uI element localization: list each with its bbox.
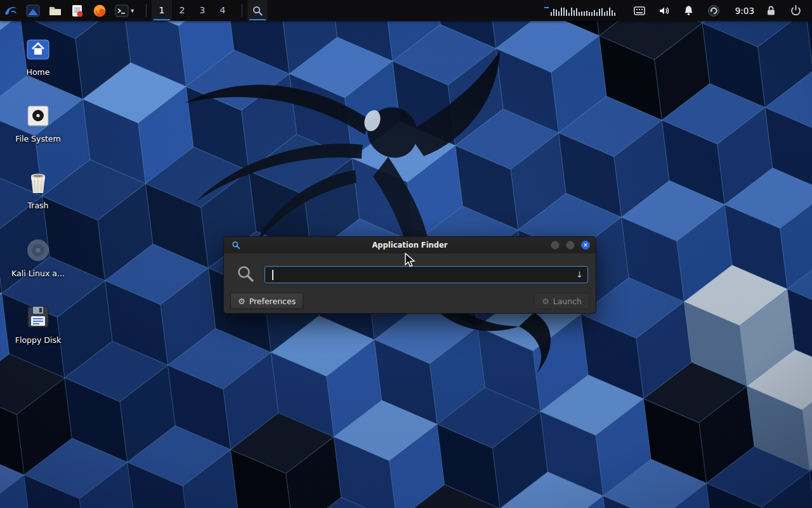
desktop-icon-home[interactable]: Home — [6, 34, 70, 77]
terminal-dropdown-caret[interactable]: ▾ — [131, 7, 137, 14]
firefox-icon[interactable] — [92, 3, 107, 18]
terminal-icon[interactable] — [114, 3, 129, 18]
text-caret — [272, 270, 273, 280]
launch-gear-icon: ⚙ — [542, 297, 549, 306]
monitor-dash — [544, 7, 549, 8]
entry-dropdown-icon[interactable]: ↓ — [576, 270, 583, 279]
preferences-button-label: Preferences — [249, 297, 296, 306]
workspace-pager: 1 2 3 4 — [152, 0, 233, 21]
system-tray — [632, 3, 721, 18]
application-finder-task-icon — [252, 5, 263, 17]
desktop-icon-kali-docs[interactable]: Kali Linux a... — [6, 235, 70, 278]
minimize-button[interactable] — [551, 241, 560, 250]
desktop-icon-file-system[interactable]: File System — [6, 100, 70, 144]
file-system-icon — [6, 100, 70, 131]
panel-separator — [242, 4, 242, 17]
desktop-icon-label: Trash — [6, 201, 70, 210]
close-button[interactable]: ✕ — [581, 241, 590, 250]
panel-separator — [146, 4, 147, 17]
workspace-4[interactable]: 4 — [213, 0, 233, 21]
volume-icon[interactable] — [657, 3, 672, 18]
workspace-3[interactable]: 3 — [192, 0, 213, 21]
application-finder-window: Application Finder ✕ ↓ ⚙ Preferences ⚙ L… — [223, 236, 596, 314]
desktop: ▾ 1 2 3 4 — [0, 0, 812, 508]
kali-menu-icon[interactable] — [3, 3, 18, 18]
lock-icon[interactable] — [763, 3, 778, 18]
search-input[interactable]: ↓ — [265, 266, 588, 283]
workspace-app-icon[interactable] — [25, 3, 41, 18]
desktop-icon-label: Kali Linux a... — [6, 269, 70, 278]
desktop-icon-trash[interactable]: Trash — [6, 167, 70, 210]
window-titlebar[interactable]: Application Finder ✕ — [224, 237, 596, 253]
window-title-icon — [232, 241, 240, 250]
trash-icon — [6, 167, 70, 197]
power-icon[interactable] — [788, 3, 803, 18]
window-title: Application Finder — [372, 241, 447, 250]
desktop-icon-label: Floppy Disk — [6, 335, 70, 345]
text-editor-icon[interactable] — [70, 3, 85, 18]
kali-docs-icon — [6, 235, 70, 265]
maximize-button[interactable] — [566, 241, 575, 250]
file-manager-icon[interactable] — [48, 3, 63, 18]
taskbar-application-finder-button[interactable] — [247, 0, 268, 21]
top-panel: ▾ 1 2 3 4 — [0, 0, 812, 21]
preferences-button[interactable]: ⚙ Preferences — [230, 293, 303, 309]
workspace-2[interactable]: 2 — [172, 0, 192, 21]
clock[interactable]: 9:03 — [735, 6, 754, 16]
session-actions — [763, 3, 803, 18]
workspace-1[interactable]: 1 — [152, 0, 172, 21]
keyboard-indicator-icon[interactable] — [632, 3, 647, 18]
launch-button[interactable]: ⚙ Launch — [534, 293, 589, 309]
home-icon — [6, 34, 70, 64]
launch-button-label: Launch — [553, 297, 582, 306]
updates-icon[interactable] — [706, 3, 721, 18]
system-monitor-graph[interactable] — [551, 6, 615, 16]
floppy-disk-icon — [6, 302, 70, 332]
search-icon — [236, 264, 255, 283]
desktop-icon-label: File System — [6, 134, 70, 144]
desktop-icon-floppy[interactable]: Floppy Disk — [6, 302, 70, 345]
notifications-bell-icon[interactable] — [681, 3, 697, 18]
desktop-icon-label: Home — [6, 67, 70, 77]
gear-icon: ⚙ — [238, 297, 246, 306]
